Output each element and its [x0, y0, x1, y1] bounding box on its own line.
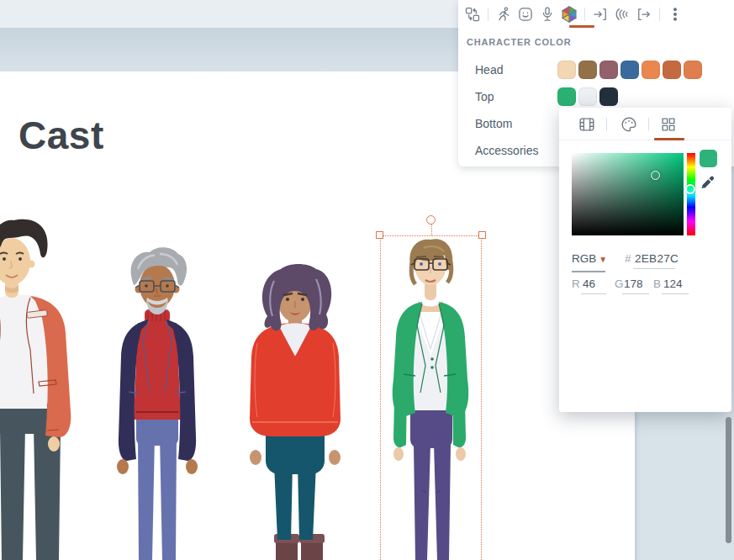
color-icon[interactable] — [558, 3, 580, 25]
color-picker-popup: RGB▼ # 2EB27C R 46 G 178 B 124 — [559, 108, 731, 412]
custom-color-tab[interactable] — [656, 114, 681, 135]
row-label: Accessories — [475, 137, 538, 164]
r-underline — [581, 293, 606, 294]
color-swatch[interactable] — [684, 61, 702, 79]
color-swatch[interactable] — [599, 61, 618, 79]
character-young-man-coral-jacket[interactable] — [0, 217, 92, 560]
eyedropper-icon[interactable] — [699, 175, 716, 192]
color-swatch[interactable] — [578, 61, 597, 79]
r-input[interactable]: 46 — [583, 277, 595, 290]
color-swatch[interactable] — [620, 61, 639, 79]
hex-prefix: # — [625, 252, 631, 265]
g-input[interactable]: 178 — [624, 277, 643, 290]
active-tool-indicator — [569, 25, 594, 28]
g-label: G — [615, 277, 624, 290]
palette-tab[interactable] — [616, 114, 642, 135]
color-mode-dropdown[interactable]: RGB▼ — [572, 252, 607, 265]
rotation-handle[interactable] — [426, 215, 436, 225]
row-label: Bottom — [475, 110, 512, 137]
video-colors-tab[interactable] — [574, 114, 599, 135]
g-underline — [622, 293, 649, 294]
color-swatch[interactable] — [557, 61, 576, 79]
b-input[interactable]: 124 — [663, 277, 683, 290]
color-field-cursor[interactable] — [651, 171, 660, 180]
color-swatch[interactable] — [578, 87, 597, 106]
selection-box[interactable] — [380, 235, 482, 560]
current-color-swatch[interactable] — [700, 150, 717, 167]
tab-divider — [648, 118, 649, 131]
action-icon[interactable] — [493, 3, 515, 25]
expression-icon[interactable] — [515, 3, 536, 25]
exit-effect-icon[interactable] — [633, 3, 655, 25]
hue-slider-cursor[interactable] — [685, 184, 695, 194]
hex-underline — [633, 268, 675, 269]
stage-top-band — [0, 28, 458, 71]
resize-handle-top-left[interactable] — [376, 231, 383, 239]
color-swatch[interactable] — [557, 87, 576, 106]
mode-underline — [572, 271, 605, 272]
color-value-row: RGB▼ # 2EB27C — [559, 251, 731, 272]
toolbar-divider — [659, 8, 660, 21]
character-toolbar — [458, 0, 734, 28]
chevron-down-icon: ▼ — [599, 255, 607, 264]
b-underline — [662, 293, 689, 294]
r-label: R — [572, 277, 580, 290]
color-swatch[interactable] — [599, 87, 618, 106]
more-options-icon[interactable] — [664, 3, 686, 25]
cast-title: Cast — [18, 113, 104, 158]
vertical-scrollbar[interactable] — [726, 417, 731, 543]
toolbar-divider — [488, 8, 488, 21]
active-tab-indicator — [654, 138, 684, 140]
panel-title: CHARACTER COLOR — [467, 37, 571, 47]
character-older-woman-red-sweater[interactable] — [237, 262, 353, 560]
hue-slider[interactable] — [687, 153, 695, 235]
row-label: Top — [475, 83, 494, 110]
color-swatch[interactable] — [642, 61, 660, 79]
toolbar-divider — [584, 8, 585, 21]
character-older-man-navy-blazer[interactable] — [101, 247, 214, 560]
stage-top-strip — [0, 0, 458, 28]
rotation-connector — [431, 223, 432, 235]
head-swatches — [557, 61, 702, 79]
character-editor: { "window": {"width": 873, "height": 666… — [0, 0, 734, 560]
enter-effect-icon[interactable] — [589, 3, 611, 25]
rgb-inputs-row: R 46 G 178 B 124 — [559, 276, 731, 298]
dialog-mic-icon[interactable] — [536, 3, 558, 25]
resize-handle-top-right[interactable] — [478, 231, 486, 239]
swap-character-icon[interactable] — [462, 3, 483, 25]
color-row-top: Top — [458, 83, 734, 110]
picker-tabs — [559, 108, 731, 140]
saturation-brightness-field[interactable] — [572, 153, 684, 235]
hex-input[interactable]: 2EB27C — [635, 252, 679, 265]
row-label: Head — [475, 56, 503, 83]
tab-divider — [606, 118, 607, 131]
color-row-head: Head — [458, 56, 734, 83]
b-label: B — [653, 277, 661, 290]
top-swatches — [557, 87, 618, 106]
color-swatch[interactable] — [663, 61, 681, 79]
motion-path-icon[interactable] — [611, 3, 633, 25]
